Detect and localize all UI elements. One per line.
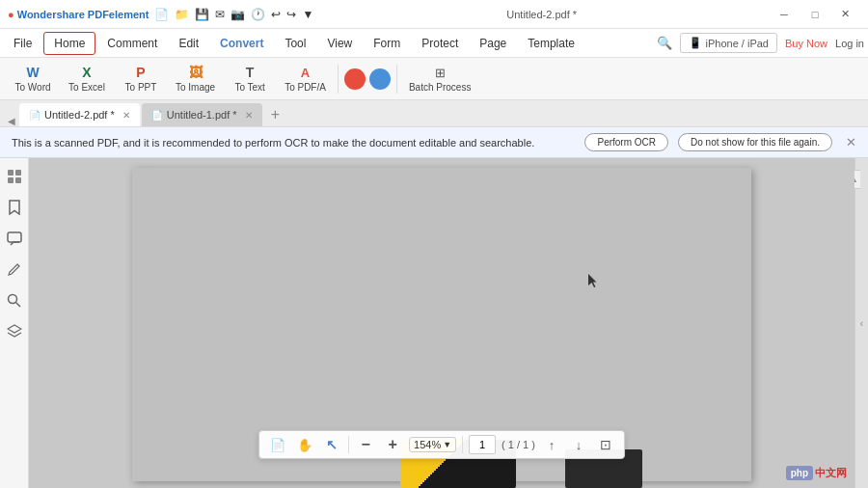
new-tab-button[interactable]: + — [264, 103, 287, 126]
to-text-button[interactable]: T To Text — [225, 62, 275, 95]
tab-bar: ◀ 📄 Untitled-2.pdf * ✕ 📄 Untitled-1.pdf … — [0, 100, 868, 127]
toolbar-separator-2 — [396, 65, 397, 94]
next-page-button[interactable]: ↓ — [568, 434, 589, 455]
batch-process-label: Batch Process — [409, 82, 471, 93]
menu-convert[interactable]: Convert — [210, 33, 273, 54]
zoom-level-value: 154% — [414, 439, 441, 450]
php-watermark: php 中文网 — [786, 466, 847, 480]
minimize-button[interactable]: ─ — [770, 5, 799, 24]
save-icon[interactable]: 💾 — [195, 8, 209, 21]
window-title: Untitled-2.pdf * — [506, 9, 577, 20]
zoom-dropdown-icon: ▼ — [443, 440, 451, 449]
notification-bar: This is a scanned PDF, and it is recomme… — [0, 127, 868, 158]
camera-icon[interactable]: 📷 — [231, 8, 245, 21]
bt-separator-2 — [462, 436, 463, 453]
zoom-out-button[interactable]: − — [355, 434, 376, 455]
batch-process-button[interactable]: ⊞ Batch Process — [403, 63, 476, 95]
menu-protect[interactable]: Protect — [412, 33, 468, 54]
bt-separator-1 — [348, 436, 349, 453]
menu-comment[interactable]: Comment — [97, 33, 167, 54]
device-label: iPhone / iPad — [706, 38, 769, 49]
tab-untitled2[interactable]: 📄 Untitled-2.pdf * ✕ — [19, 103, 140, 126]
menu-tool[interactable]: Tool — [275, 33, 315, 54]
prev-page-button[interactable]: ↑ — [541, 434, 562, 455]
menu-home[interactable]: Home — [43, 32, 95, 55]
svg-line-6 — [16, 302, 21, 307]
red-circle-button[interactable] — [344, 68, 366, 90]
redo-icon[interactable]: ↪ — [286, 8, 296, 21]
to-ppt-label: To PPT — [125, 82, 157, 93]
menu-form[interactable]: Form — [364, 33, 410, 54]
perform-ocr-button[interactable]: Perform OCR — [584, 133, 668, 151]
right-panel-toggle[interactable]: ‹ — [854, 158, 868, 488]
to-image-button[interactable]: 🖼 To Image — [170, 62, 221, 95]
menu-edit[interactable]: Edit — [169, 33, 208, 54]
tab-untitled1[interactable]: 📄 Untitled-1.pdf * ✕ — [142, 103, 262, 126]
to-excel-button[interactable]: X To Excel — [62, 62, 112, 95]
cursor-tool-button[interactable]: ↖ — [321, 434, 342, 455]
more-icon[interactable]: ▼ — [302, 8, 313, 21]
excel-icon: X — [82, 65, 91, 80]
tab-label-1: Untitled-2.pdf * — [44, 109, 115, 121]
tab-close-2[interactable]: ✕ — [245, 110, 253, 121]
text-icon: T — [246, 65, 255, 80]
svg-rect-2 — [8, 177, 14, 183]
notification-text: This is a scanned PDF, and it is recomme… — [12, 137, 575, 149]
title-bar: ● Wondershare PDFelement 📄 📁 💾 ✉ 📷 🕐 ↩ ↪… — [0, 0, 868, 29]
menu-template[interactable]: Template — [518, 33, 584, 54]
svg-point-5 — [9, 294, 17, 303]
batch-icon: ⊞ — [435, 66, 446, 80]
zoom-in-button[interactable]: + — [382, 434, 403, 455]
ppt-icon: P — [136, 65, 145, 80]
menu-right: 🔍 📱 iPhone / iPad Buy Now Log in — [657, 33, 864, 53]
blue-circle-button[interactable] — [369, 68, 391, 90]
pdf-content-area[interactable]: 📄 ✋ ↖ − + 154% ▼ ( 1 / 1 ) ↑ ↓ ⊡ php 中文网 — [29, 158, 854, 488]
tab-icon-1: 📄 — [29, 110, 41, 121]
tab-close-1[interactable]: ✕ — [122, 110, 130, 121]
cn-logo: 中文网 — [815, 466, 847, 480]
menu-page[interactable]: Page — [470, 33, 516, 54]
page-number-input[interactable] — [469, 435, 496, 454]
sidebar-search-icon[interactable] — [4, 289, 25, 311]
sidebar-bookmark-icon[interactable] — [4, 197, 25, 218]
file-icon: 📄 — [154, 8, 169, 21]
to-text-label: To Text — [234, 82, 265, 93]
main-area: 📄 ✋ ↖ − + 154% ▼ ( 1 / 1 ) ↑ ↓ ⊡ php 中文网 — [0, 158, 868, 488]
close-button[interactable]: ✕ — [831, 5, 860, 24]
fit-page-button[interactable]: ⊡ — [595, 434, 616, 455]
undo-icon[interactable]: ↩ — [271, 8, 281, 21]
to-image-label: To Image — [176, 82, 215, 93]
sidebar-comment-icon[interactable] — [4, 228, 25, 249]
window-controls: ─ □ ✕ — [770, 5, 860, 24]
login-button[interactable]: Log in — [835, 38, 864, 49]
sidebar-pencil-icon[interactable] — [4, 258, 25, 280]
hand-tool-button[interactable]: ✋ — [294, 434, 315, 455]
sidebar-pages-icon[interactable] — [4, 166, 25, 187]
maximize-button[interactable]: □ — [800, 5, 829, 24]
dismiss-notification-button[interactable]: Do not show for this file again. — [678, 133, 832, 151]
folder-icon[interactable]: 📁 — [175, 8, 189, 21]
search-menu-icon[interactable]: 🔍 — [657, 36, 672, 50]
to-word-label: To Word — [14, 82, 50, 93]
menu-view[interactable]: View — [317, 33, 362, 54]
to-pdfa-button[interactable]: A To PDF/A — [279, 63, 332, 95]
zoom-level-select[interactable]: 154% ▼ — [409, 437, 456, 452]
image-icon: 🖼 — [189, 65, 203, 80]
to-ppt-button[interactable]: P To PPT — [116, 62, 166, 95]
buy-now-button[interactable]: Buy Now — [785, 38, 827, 49]
menu-file[interactable]: File — [4, 33, 41, 54]
device-button[interactable]: 📱 iPhone / iPad — [680, 33, 777, 53]
tab-icon-2: 📄 — [151, 110, 163, 121]
history-icon[interactable]: 🕐 — [251, 8, 265, 21]
toolbar-separator-1 — [338, 65, 339, 94]
email-icon[interactable]: ✉ — [215, 8, 225, 21]
svg-rect-0 — [8, 170, 14, 176]
sidebar-layers-icon[interactable] — [4, 320, 25, 341]
close-notification-button[interactable]: ✕ — [846, 135, 856, 149]
to-excel-label: To Excel — [68, 82, 105, 93]
to-word-button[interactable]: W To Word — [8, 62, 58, 95]
page-total-info: ( 1 / 1 ) — [502, 439, 535, 450]
tab-arrow-left[interactable]: ◀ — [8, 116, 15, 126]
page-mode-button[interactable]: 📄 — [267, 434, 288, 455]
to-pdfa-label: To PDF/A — [285, 82, 326, 93]
